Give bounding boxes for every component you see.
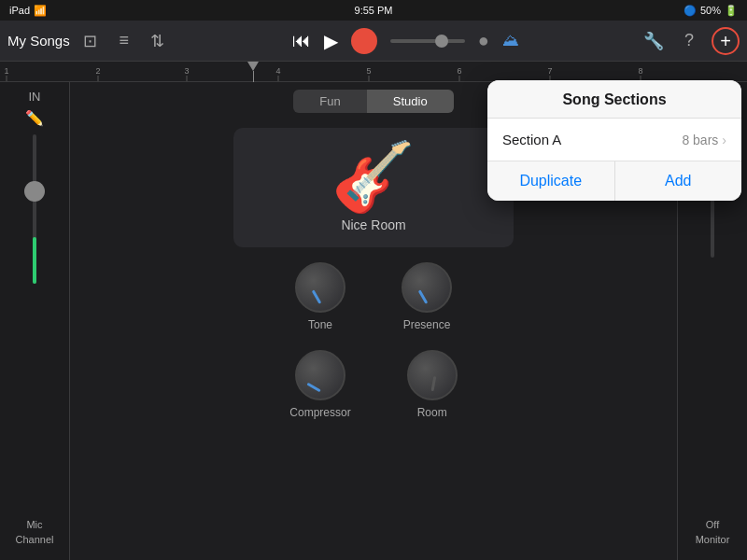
toolbar-left: My Songs ⊡ ≡ ⇅ (7, 28, 171, 54)
instrument-display: 🎸 Nice Room (233, 128, 514, 247)
compressor-label: Compressor (289, 406, 350, 419)
status-right: 🔵 50% 🔋 (684, 5, 738, 17)
ruler-mark-3: 3 (184, 66, 189, 81)
mixer-icon[interactable]: ⇅ (145, 28, 171, 54)
tab-fun[interactable]: Fun (293, 90, 366, 113)
section-a-row[interactable]: Section A 8 bars › (487, 119, 741, 161)
compressor-knob-group: Compressor (289, 350, 350, 419)
tempo-knob (435, 35, 448, 48)
my-songs-button[interactable]: My Songs (7, 33, 70, 49)
section-chevron-icon: › (722, 133, 726, 147)
room-knob-group: Room (407, 350, 458, 419)
tone-knob[interactable] (295, 262, 345, 313)
add-section-button[interactable]: + (712, 27, 740, 55)
presence-knob[interactable] (402, 262, 452, 313)
track-type-icon[interactable]: ⊡ (78, 28, 104, 54)
ruler-mark-5: 5 (366, 66, 371, 81)
channel-label: Channel (16, 534, 54, 553)
tempo-slider[interactable] (390, 39, 465, 43)
ruler-mark-7: 7 (547, 66, 552, 81)
status-left: iPad 📶 (9, 5, 47, 17)
left-panel: IN ✏️ Mic Channel (0, 82, 70, 560)
instrument-name: Nice Room (341, 217, 405, 232)
bluetooth-icon: 🔵 (684, 5, 697, 17)
ruler: 1 2 3 4 5 6 7 8 (0, 62, 747, 82)
duplicate-button[interactable]: Duplicate (487, 161, 615, 201)
popup-title: Song Sections (562, 91, 666, 107)
guitar-icon: 🎸 (331, 143, 416, 210)
room-label: Room (417, 406, 447, 419)
in-label: IN (29, 90, 41, 104)
tab-studio[interactable]: Studio (367, 90, 454, 113)
ruler-mark-6: 6 (457, 66, 461, 81)
help-icon[interactable]: ? (676, 28, 702, 54)
presence-label: Presence (403, 318, 451, 331)
record-button[interactable] (351, 28, 377, 54)
section-a-name: Section A (502, 132, 561, 147)
status-bar: iPad 📶 9:55 PM 🔵 50% 🔋 (0, 0, 747, 21)
status-time: 9:55 PM (355, 5, 393, 16)
ipad-label: iPad (9, 5, 30, 16)
ruler-mark-8: 8 (638, 66, 642, 81)
mic-label: Mic (26, 519, 42, 534)
rewind-button[interactable]: ⏮ (292, 30, 311, 51)
knobs-row-bottom: Compressor Room (289, 350, 457, 419)
wrench-icon[interactable]: 🔧 (641, 28, 667, 54)
playhead (247, 62, 259, 82)
play-button[interactable]: ▶ (324, 30, 338, 52)
toolbar-right: 🔧 ? + (641, 27, 740, 55)
fader-knob[interactable] (24, 181, 45, 202)
add-button[interactable]: Add (615, 161, 742, 201)
popup-title-bar: Song Sections (487, 80, 741, 119)
tone-knob-group: Tone (295, 262, 345, 331)
popup-actions: Duplicate Add (487, 161, 741, 201)
knobs-row-top: Tone Presence (295, 262, 452, 331)
tone-label: Tone (308, 318, 332, 331)
wifi-icon: 📶 (34, 5, 47, 17)
compressor-knob[interactable] (295, 350, 345, 400)
monitor-label: Monitor (696, 534, 730, 553)
room-knob[interactable] (407, 350, 458, 400)
metronome-icon: ● (478, 30, 489, 51)
presence-knob-group: Presence (402, 262, 452, 331)
fader-track[interactable] (33, 134, 36, 284)
toolbar: My Songs ⊡ ≡ ⇅ ⏮ ▶ ● ⛰ 🔧 ? + (0, 21, 747, 62)
fader-fill (33, 237, 36, 284)
toolbar-center: ⏮ ▶ ● ⛰ (176, 28, 635, 54)
pencil-icon[interactable]: ✏️ (25, 109, 44, 127)
battery-label: 50% (700, 5, 721, 16)
ruler-mark-2: 2 (95, 66, 100, 81)
battery-icon: 🔋 (725, 5, 738, 17)
song-sections-popup: Song Sections Section A 8 bars › Duplica… (487, 80, 741, 201)
list-icon[interactable]: ≡ (111, 28, 137, 54)
ruler-mark-1: 1 (4, 66, 8, 81)
ruler-mark-4: 4 (275, 66, 280, 81)
key-icon: ⛰ (502, 31, 519, 50)
ruler-marks: 1 2 3 4 5 6 7 8 (0, 62, 747, 81)
off-label: Off (706, 519, 719, 534)
section-a-bars: 8 bars › (682, 133, 726, 147)
